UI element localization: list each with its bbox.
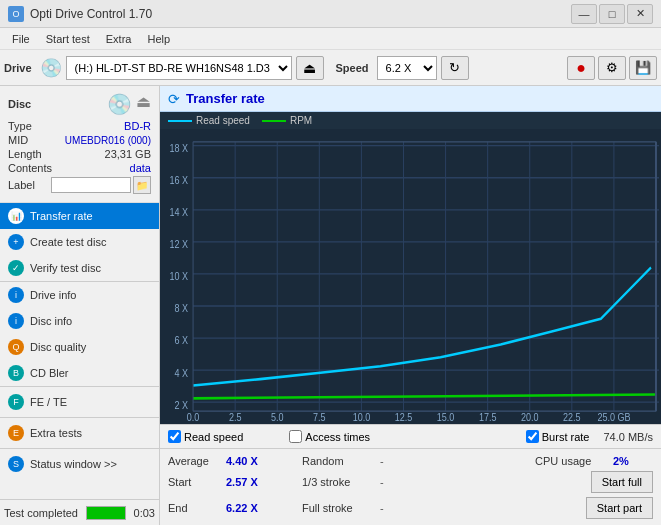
nav-drive-info[interactable]: i Drive info: [0, 282, 159, 308]
save-button[interactable]: 💾: [629, 56, 657, 80]
cpu-value: 2%: [613, 455, 653, 467]
average-label: Average: [168, 455, 218, 467]
start-part-button[interactable]: Start part: [586, 497, 653, 519]
disc-label-input[interactable]: [51, 177, 131, 193]
average-value: 4.40 X: [226, 455, 266, 467]
disc-contents-label: Contents: [8, 162, 52, 174]
nav-create-test-disc-label: Create test disc: [30, 236, 106, 248]
nav-extra-tests[interactable]: E Extra tests: [0, 418, 159, 448]
speed-refresh-button[interactable]: ↻: [441, 56, 469, 80]
disc-icons: 💿 ⏏: [107, 92, 151, 116]
read-speed-color: [168, 120, 192, 122]
toolbar-right-buttons: ● ⚙ 💾: [567, 56, 657, 80]
chart-header: ⟳ Transfer rate: [160, 86, 661, 112]
disc-info-icon: i: [8, 313, 24, 329]
content-area: ⟳ Transfer rate Read speed RPM 18 X: [160, 86, 661, 525]
stroke2-label: Full stroke: [302, 502, 372, 514]
svg-text:10 X: 10 X: [170, 270, 189, 282]
chart-legend: Read speed RPM: [160, 112, 661, 129]
svg-text:4 X: 4 X: [175, 367, 189, 379]
access-times-checkbox[interactable]: [289, 430, 302, 443]
disc-info-icon: 💿: [107, 92, 132, 116]
nav-transfer-rate-label: Transfer rate: [30, 210, 93, 222]
menu-help[interactable]: Help: [139, 31, 178, 47]
drive-info-icon: i: [8, 287, 24, 303]
nav-fe-te[interactable]: F FE / TE: [0, 387, 159, 417]
nav-cd-bler[interactable]: B CD Bler: [0, 360, 159, 386]
disc-mid-label: MID: [8, 134, 28, 146]
stats-row-1: Average 4.40 X Random - CPU usage 2%: [168, 453, 653, 469]
random-value: -: [380, 455, 384, 467]
menu-start-test[interactable]: Start test: [38, 31, 98, 47]
svg-text:0.0: 0.0: [187, 411, 200, 423]
speed-select[interactable]: 6.2 X: [377, 56, 437, 80]
status-text: Test completed: [4, 507, 78, 519]
svg-text:18 X: 18 X: [170, 142, 189, 154]
close-button[interactable]: ✕: [627, 4, 653, 24]
window-controls: — □ ✕: [571, 4, 653, 24]
start-value: 2.57 X: [226, 476, 266, 488]
checkbox-row: Read speed Access times Burst rate 74.0 …: [168, 428, 653, 445]
minimize-button[interactable]: —: [571, 4, 597, 24]
stroke1-label: 1/3 stroke: [302, 476, 372, 488]
start-full-button[interactable]: Start full: [591, 471, 653, 493]
read-speed-checkbox-label: Read speed: [184, 431, 243, 443]
nav-verify-test-disc[interactable]: ✓ Verify test disc: [0, 255, 159, 281]
svg-text:8 X: 8 X: [175, 302, 189, 314]
legend-read-speed: Read speed: [168, 115, 250, 126]
nav-verify-test-disc-label: Verify test disc: [30, 262, 101, 274]
verify-test-disc-icon: ✓: [8, 260, 24, 276]
legend-read-speed-label: Read speed: [196, 115, 250, 126]
nav-disc-quality-label: Disc quality: [30, 341, 86, 353]
burst-rate-checkbox[interactable]: [526, 430, 539, 443]
burst-rate-checkbox-item: Burst rate: [526, 430, 590, 443]
titlebar: O Opti Drive Control 1.70 — □ ✕: [0, 0, 661, 28]
maximize-button[interactable]: □: [599, 4, 625, 24]
red-disc-button[interactable]: ●: [567, 56, 595, 80]
nav-disc-quality[interactable]: Q Disc quality: [0, 334, 159, 360]
read-speed-checkbox[interactable]: [168, 430, 181, 443]
nav-disc-info[interactable]: i Disc info: [0, 308, 159, 334]
nav-status-window[interactable]: S Status window >>: [0, 449, 159, 479]
svg-text:6 X: 6 X: [175, 334, 189, 346]
svg-text:17.5: 17.5: [479, 411, 497, 423]
nav-status-window-label: Status window >>: [30, 458, 117, 470]
menubar: File Start test Extra Help: [0, 28, 661, 50]
svg-text:7.5: 7.5: [313, 411, 326, 423]
statusbar: Test completed 0:03: [0, 499, 159, 525]
disc-header: Disc 💿 ⏏: [8, 92, 151, 116]
disc-type-value: BD-R: [124, 120, 151, 132]
disc-eject-icon[interactable]: ⏏: [136, 92, 151, 116]
nav-create-test-disc[interactable]: + Create test disc: [0, 229, 159, 255]
disc-mid-value: UMEBDR016 (000): [65, 135, 151, 146]
menu-file[interactable]: File: [4, 31, 38, 47]
disc-section: Disc 💿 ⏏ Type BD-R MID UMEBDR016 (000) L…: [0, 86, 159, 203]
svg-text:2 X: 2 X: [175, 399, 189, 411]
burst-rate-checkbox-label: Burst rate: [542, 431, 590, 443]
label-folder-button[interactable]: 📁: [133, 176, 151, 194]
svg-text:12 X: 12 X: [170, 238, 189, 250]
end-label: End: [168, 502, 218, 514]
rpm-color: [262, 120, 286, 122]
disc-length-value: 23,31 GB: [105, 148, 151, 160]
nav-transfer-rate[interactable]: 📊 Transfer rate: [0, 203, 159, 229]
svg-text:15.0: 15.0: [437, 411, 455, 423]
end-value: 6.22 X: [226, 502, 266, 514]
menu-extra[interactable]: Extra: [98, 31, 140, 47]
drive-select[interactable]: (H:) HL-DT-ST BD-RE WH16NS48 1.D3: [66, 56, 292, 80]
chart-area: 18 X 16 X 14 X 12 X 10 X 8 X 6 X 4 X 2 X: [160, 129, 661, 424]
nav-cd-bler-label: CD Bler: [30, 367, 69, 379]
bottom-stats: Average 4.40 X Random - CPU usage 2% Sta…: [160, 448, 661, 525]
nav-drive-info-label: Drive info: [30, 289, 76, 301]
random-label: Random: [302, 455, 372, 467]
chart-checkboxes: Read speed Access times Burst rate 74.0 …: [160, 424, 661, 448]
svg-text:16 X: 16 X: [170, 174, 189, 186]
drive-icon: 💿: [40, 57, 62, 79]
nav-fe-te-label: FE / TE: [30, 396, 67, 408]
stroke1-value: -: [380, 476, 384, 488]
read-speed-checkbox-item: Read speed: [168, 430, 243, 443]
settings-button[interactable]: ⚙: [598, 56, 626, 80]
fe-te-icon: F: [8, 394, 24, 410]
drive-toolbar: Drive 💿 (H:) HL-DT-ST BD-RE WH16NS48 1.D…: [0, 50, 661, 86]
eject-button[interactable]: ⏏: [296, 56, 324, 80]
